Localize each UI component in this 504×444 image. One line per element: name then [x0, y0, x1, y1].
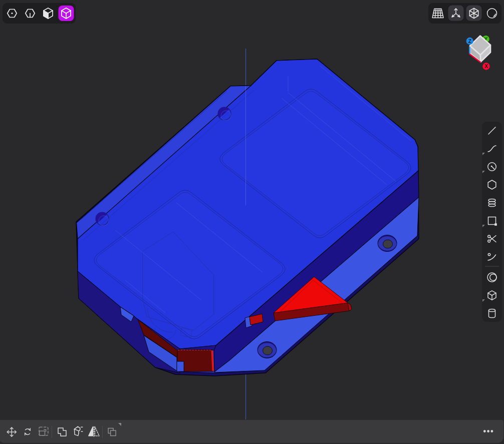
svg-text:X: X [484, 64, 488, 69]
svg-text:Z: Z [468, 39, 471, 44]
